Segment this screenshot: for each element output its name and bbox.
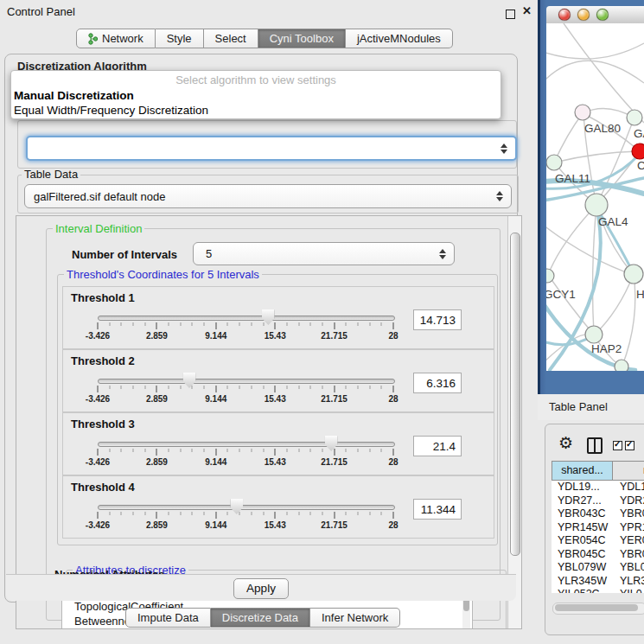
slider-track[interactable] <box>98 379 395 384</box>
table-row[interactable]: YDL19...YDL1 <box>552 481 644 494</box>
top-right-node[interactable] <box>627 110 642 125</box>
algorithm-combobox[interactable] <box>26 136 517 161</box>
table-row[interactable]: YBR043CYBR0 <box>552 507 644 521</box>
cell-shared-name[interactable]: YBL079W <box>552 561 611 575</box>
threshold-value-field[interactable]: 14.713 <box>413 309 462 330</box>
algorithm-dropdown-popup: Select algorithm to view settings Manual… <box>10 70 501 119</box>
tick-mark <box>251 449 252 452</box>
network-edge[interactable] <box>546 61 644 83</box>
tick-label: 15.43 <box>265 520 286 530</box>
network-canvas[interactable]: GAL80GACGAL11GAL4GCY1HHAP2 <box>546 23 644 371</box>
threshold-slider[interactable]: -3.4262.8599.14415.4321.71528 <box>98 309 393 341</box>
HAP2-node[interactable] <box>585 326 603 343</box>
table-row[interactable]: YLR345WYLR3 <box>552 575 644 589</box>
tick-mark <box>180 322 181 326</box>
cell-name[interactable]: YBR0 <box>611 548 644 562</box>
horizontal-scrollbar-thumb[interactable] <box>555 604 638 611</box>
zoom-traffic-light-icon[interactable] <box>596 9 609 21</box>
checkbox-checked-icon[interactable] <box>613 441 622 450</box>
vertical-scrollbar[interactable] <box>507 216 521 628</box>
network-edge[interactable] <box>546 43 644 59</box>
network-edge[interactable] <box>564 23 644 123</box>
cell-name[interactable]: YPR1 <box>611 521 644 535</box>
column-header-shared-name[interactable]: shared... <box>552 462 613 480</box>
algorithm-option-equal-width[interactable]: Equal Width/Frequency Discretization <box>11 103 501 118</box>
vertical-scrollbar-thumb[interactable] <box>510 233 520 556</box>
threshold-value-field[interactable]: 21.4 <box>413 436 462 456</box>
tick-mark <box>381 512 382 515</box>
column-header-name[interactable]: na <box>613 462 644 480</box>
table-row[interactable]: YER054CYER0 <box>552 534 644 548</box>
table-data-combobox[interactable]: galFiltered.sif default node <box>24 184 512 208</box>
network-edge[interactable] <box>593 205 596 334</box>
table-row[interactable]: YPR145WYPR1 <box>552 521 644 535</box>
checkbox-icons[interactable] <box>613 441 634 450</box>
tick-mark <box>298 449 299 452</box>
node-label-gal11: GAL11 <box>555 172 590 185</box>
tab-jactivemnodules[interactable]: jActiveMNodules <box>346 29 453 48</box>
network-edge[interactable] <box>595 274 634 335</box>
close-traffic-light-icon[interactable] <box>558 9 571 21</box>
threshold-slider[interactable]: -3.4262.8599.14415.4321.71528 <box>98 499 393 530</box>
apply-button[interactable]: Apply <box>233 578 289 599</box>
network-edge[interactable] <box>554 151 638 163</box>
threshold-slider[interactable]: -3.4262.8599.14415.4321.71528 <box>98 436 393 467</box>
GCY1-node[interactable] <box>546 269 554 283</box>
columns-icon[interactable] <box>587 437 603 454</box>
horizontal-scrollbar[interactable] <box>552 603 644 615</box>
float-window-icon[interactable] <box>506 10 515 19</box>
red-node[interactable] <box>632 143 644 159</box>
gear-icon[interactable]: ⚙ <box>558 435 573 451</box>
threshold-value-field[interactable]: 6.316 <box>413 373 462 393</box>
network-window-titlebar[interactable] <box>546 6 644 24</box>
tab-style[interactable]: Style <box>156 29 204 48</box>
threshold-slider[interactable]: -3.4262.8599.14415.4321.71528 <box>98 373 393 404</box>
cell-shared-name[interactable]: YPR145W <box>552 521 611 535</box>
cell-name[interactable]: YIL0 <box>611 588 644 593</box>
minimize-traffic-light-icon[interactable] <box>577 9 590 21</box>
network-edge[interactable] <box>548 205 596 275</box>
cell-name[interactable]: YDL1 <box>611 481 644 494</box>
tab-impute-data[interactable]: Impute Data <box>125 608 211 628</box>
network-edge[interactable] <box>622 274 635 366</box>
slider-track[interactable] <box>98 316 395 321</box>
GAL11-node[interactable] <box>546 155 562 170</box>
checkbox-checked-icon[interactable] <box>625 441 634 450</box>
cell-name[interactable]: YDR2 <box>611 494 644 508</box>
cell-shared-name[interactable]: YLR345W <box>552 575 611 589</box>
tab-cyni-toolbox[interactable]: Cyni Toolbox <box>258 29 346 48</box>
tab-select[interactable]: Select <box>204 29 258 48</box>
GAL4-node[interactable] <box>585 194 608 216</box>
algorithm-placeholder-option[interactable]: Select algorithm to view settings <box>11 71 501 88</box>
cell-shared-name[interactable]: YBR045C <box>552 548 611 562</box>
network-edge[interactable] <box>554 113 583 163</box>
cell-shared-name[interactable]: YIL052C <box>552 588 611 593</box>
cell-shared-name[interactable]: YBR043C <box>552 507 611 521</box>
cell-shared-name[interactable]: YDR27... <box>552 494 611 508</box>
number-of-intervals-combobox[interactable]: 5 <box>193 242 455 265</box>
cell-name[interactable]: YBL0 <box>611 561 644 575</box>
algorithm-option-manual[interactable]: Manual Discretization <box>11 88 501 103</box>
interval-definition-group: Interval Definition Number of Intervals … <box>46 228 501 621</box>
tab-infer-network[interactable]: Infer Network <box>310 608 400 628</box>
tab-network[interactable]: Network <box>76 29 156 48</box>
cell-shared-name[interactable]: YDL19... <box>552 481 611 494</box>
cell-name[interactable]: YLR3 <box>611 575 644 589</box>
cell-name[interactable]: YER0 <box>611 534 644 548</box>
close-icon[interactable]: ✕ <box>522 4 532 17</box>
cell-shared-name[interactable]: YER054C <box>552 534 611 548</box>
table-row[interactable]: YBR045CYBR0 <box>552 548 644 562</box>
GAL80-node[interactable] <box>575 105 590 120</box>
tab-discretize-data[interactable]: Discretize Data <box>211 608 310 628</box>
cell-name[interactable]: YBR0 <box>611 507 644 521</box>
bottom-node[interactable] <box>615 360 628 371</box>
table-row[interactable]: YDR27...YDR2 <box>552 494 644 508</box>
slider-track[interactable] <box>98 442 395 447</box>
H-node[interactable] <box>624 265 643 284</box>
slider-track[interactable] <box>98 505 395 510</box>
table-row[interactable]: YIL052CYIL0 <box>552 588 644 593</box>
network-edge[interactable] <box>548 275 593 334</box>
table-row[interactable]: YBL079WYBL0 <box>552 561 644 575</box>
threshold-value-field[interactable]: 11.344 <box>413 499 462 520</box>
network-icon <box>88 33 98 45</box>
